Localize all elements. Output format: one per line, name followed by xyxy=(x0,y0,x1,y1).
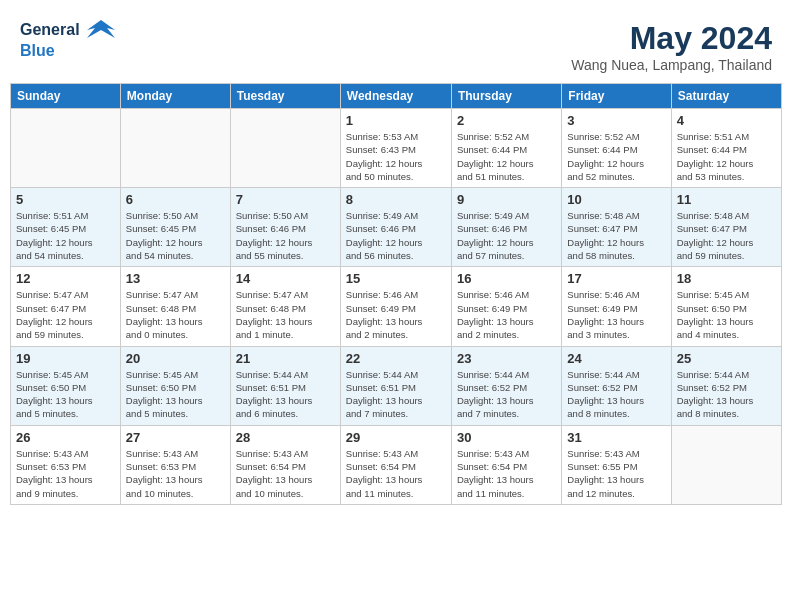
day-number: 17 xyxy=(567,271,665,286)
day-number: 10 xyxy=(567,192,665,207)
day-info: Sunrise: 5:52 AM Sunset: 6:44 PM Dayligh… xyxy=(457,130,556,183)
day-number: 11 xyxy=(677,192,776,207)
logo-bird-icon xyxy=(87,20,115,42)
day-number: 12 xyxy=(16,271,115,286)
day-info: Sunrise: 5:46 AM Sunset: 6:49 PM Dayligh… xyxy=(346,288,446,341)
header-wednesday: Wednesday xyxy=(340,84,451,109)
calendar-cell: 9Sunrise: 5:49 AM Sunset: 6:46 PM Daylig… xyxy=(451,188,561,267)
day-info: Sunrise: 5:49 AM Sunset: 6:46 PM Dayligh… xyxy=(346,209,446,262)
day-info: Sunrise: 5:44 AM Sunset: 6:52 PM Dayligh… xyxy=(457,368,556,421)
calendar-cell: 10Sunrise: 5:48 AM Sunset: 6:47 PM Dayli… xyxy=(562,188,671,267)
calendar-table: SundayMondayTuesdayWednesdayThursdayFrid… xyxy=(10,83,782,505)
day-info: Sunrise: 5:50 AM Sunset: 6:45 PM Dayligh… xyxy=(126,209,225,262)
day-info: Sunrise: 5:46 AM Sunset: 6:49 PM Dayligh… xyxy=(457,288,556,341)
day-info: Sunrise: 5:50 AM Sunset: 6:46 PM Dayligh… xyxy=(236,209,335,262)
day-number: 6 xyxy=(126,192,225,207)
day-number: 5 xyxy=(16,192,115,207)
day-number: 9 xyxy=(457,192,556,207)
calendar-week-row: 12Sunrise: 5:47 AM Sunset: 6:47 PM Dayli… xyxy=(11,267,782,346)
calendar-week-row: 26Sunrise: 5:43 AM Sunset: 6:53 PM Dayli… xyxy=(11,425,782,504)
calendar-cell: 15Sunrise: 5:46 AM Sunset: 6:49 PM Dayli… xyxy=(340,267,451,346)
day-number: 3 xyxy=(567,113,665,128)
calendar-cell: 19Sunrise: 5:45 AM Sunset: 6:50 PM Dayli… xyxy=(11,346,121,425)
page-header: General Blue May 2024 Wang Nuea, Lampang… xyxy=(10,10,782,78)
calendar-cell: 26Sunrise: 5:43 AM Sunset: 6:53 PM Dayli… xyxy=(11,425,121,504)
calendar-cell xyxy=(230,109,340,188)
day-info: Sunrise: 5:52 AM Sunset: 6:44 PM Dayligh… xyxy=(567,130,665,183)
calendar-cell: 27Sunrise: 5:43 AM Sunset: 6:53 PM Dayli… xyxy=(120,425,230,504)
day-number: 8 xyxy=(346,192,446,207)
header-sunday: Sunday xyxy=(11,84,121,109)
calendar-cell: 5Sunrise: 5:51 AM Sunset: 6:45 PM Daylig… xyxy=(11,188,121,267)
header-monday: Monday xyxy=(120,84,230,109)
calendar-cell: 21Sunrise: 5:44 AM Sunset: 6:51 PM Dayli… xyxy=(230,346,340,425)
header-thursday: Thursday xyxy=(451,84,561,109)
day-info: Sunrise: 5:44 AM Sunset: 6:51 PM Dayligh… xyxy=(346,368,446,421)
title-area: May 2024 Wang Nuea, Lampang, Thailand xyxy=(571,20,772,73)
logo: General Blue xyxy=(20,20,115,60)
calendar-cell: 31Sunrise: 5:43 AM Sunset: 6:55 PM Dayli… xyxy=(562,425,671,504)
day-number: 21 xyxy=(236,351,335,366)
svg-marker-0 xyxy=(87,20,115,38)
day-number: 16 xyxy=(457,271,556,286)
day-info: Sunrise: 5:48 AM Sunset: 6:47 PM Dayligh… xyxy=(677,209,776,262)
calendar-cell xyxy=(11,109,121,188)
calendar-week-row: 19Sunrise: 5:45 AM Sunset: 6:50 PM Dayli… xyxy=(11,346,782,425)
calendar-cell: 11Sunrise: 5:48 AM Sunset: 6:47 PM Dayli… xyxy=(671,188,781,267)
calendar-cell: 2Sunrise: 5:52 AM Sunset: 6:44 PM Daylig… xyxy=(451,109,561,188)
calendar-cell: 13Sunrise: 5:47 AM Sunset: 6:48 PM Dayli… xyxy=(120,267,230,346)
day-info: Sunrise: 5:45 AM Sunset: 6:50 PM Dayligh… xyxy=(677,288,776,341)
day-info: Sunrise: 5:43 AM Sunset: 6:55 PM Dayligh… xyxy=(567,447,665,500)
day-info: Sunrise: 5:43 AM Sunset: 6:54 PM Dayligh… xyxy=(346,447,446,500)
calendar-cell: 20Sunrise: 5:45 AM Sunset: 6:50 PM Dayli… xyxy=(120,346,230,425)
header-friday: Friday xyxy=(562,84,671,109)
day-info: Sunrise: 5:51 AM Sunset: 6:44 PM Dayligh… xyxy=(677,130,776,183)
day-info: Sunrise: 5:47 AM Sunset: 6:48 PM Dayligh… xyxy=(236,288,335,341)
logo-text: General xyxy=(20,20,115,42)
day-number: 29 xyxy=(346,430,446,445)
calendar-cell xyxy=(671,425,781,504)
day-info: Sunrise: 5:44 AM Sunset: 6:52 PM Dayligh… xyxy=(677,368,776,421)
calendar-cell: 12Sunrise: 5:47 AM Sunset: 6:47 PM Dayli… xyxy=(11,267,121,346)
calendar-header-row: SundayMondayTuesdayWednesdayThursdayFrid… xyxy=(11,84,782,109)
day-number: 26 xyxy=(16,430,115,445)
day-number: 22 xyxy=(346,351,446,366)
day-info: Sunrise: 5:46 AM Sunset: 6:49 PM Dayligh… xyxy=(567,288,665,341)
calendar-cell: 30Sunrise: 5:43 AM Sunset: 6:54 PM Dayli… xyxy=(451,425,561,504)
day-number: 14 xyxy=(236,271,335,286)
month-title: May 2024 xyxy=(571,20,772,57)
calendar-cell: 16Sunrise: 5:46 AM Sunset: 6:49 PM Dayli… xyxy=(451,267,561,346)
day-info: Sunrise: 5:49 AM Sunset: 6:46 PM Dayligh… xyxy=(457,209,556,262)
day-number: 1 xyxy=(346,113,446,128)
day-number: 2 xyxy=(457,113,556,128)
day-info: Sunrise: 5:44 AM Sunset: 6:51 PM Dayligh… xyxy=(236,368,335,421)
calendar-cell: 29Sunrise: 5:43 AM Sunset: 6:54 PM Dayli… xyxy=(340,425,451,504)
day-number: 27 xyxy=(126,430,225,445)
calendar-cell: 18Sunrise: 5:45 AM Sunset: 6:50 PM Dayli… xyxy=(671,267,781,346)
day-info: Sunrise: 5:51 AM Sunset: 6:45 PM Dayligh… xyxy=(16,209,115,262)
header-saturday: Saturday xyxy=(671,84,781,109)
header-tuesday: Tuesday xyxy=(230,84,340,109)
calendar-week-row: 5Sunrise: 5:51 AM Sunset: 6:45 PM Daylig… xyxy=(11,188,782,267)
day-info: Sunrise: 5:47 AM Sunset: 6:48 PM Dayligh… xyxy=(126,288,225,341)
day-number: 31 xyxy=(567,430,665,445)
day-number: 23 xyxy=(457,351,556,366)
calendar-cell: 22Sunrise: 5:44 AM Sunset: 6:51 PM Dayli… xyxy=(340,346,451,425)
day-number: 25 xyxy=(677,351,776,366)
day-number: 20 xyxy=(126,351,225,366)
day-info: Sunrise: 5:43 AM Sunset: 6:53 PM Dayligh… xyxy=(16,447,115,500)
day-number: 24 xyxy=(567,351,665,366)
calendar-cell: 24Sunrise: 5:44 AM Sunset: 6:52 PM Dayli… xyxy=(562,346,671,425)
day-info: Sunrise: 5:53 AM Sunset: 6:43 PM Dayligh… xyxy=(346,130,446,183)
day-info: Sunrise: 5:45 AM Sunset: 6:50 PM Dayligh… xyxy=(126,368,225,421)
calendar-cell: 6Sunrise: 5:50 AM Sunset: 6:45 PM Daylig… xyxy=(120,188,230,267)
calendar-cell: 4Sunrise: 5:51 AM Sunset: 6:44 PM Daylig… xyxy=(671,109,781,188)
day-info: Sunrise: 5:44 AM Sunset: 6:52 PM Dayligh… xyxy=(567,368,665,421)
calendar-cell xyxy=(120,109,230,188)
day-number: 28 xyxy=(236,430,335,445)
logo-blue: Blue xyxy=(20,42,115,60)
day-number: 15 xyxy=(346,271,446,286)
calendar-cell: 25Sunrise: 5:44 AM Sunset: 6:52 PM Dayli… xyxy=(671,346,781,425)
calendar-cell: 17Sunrise: 5:46 AM Sunset: 6:49 PM Dayli… xyxy=(562,267,671,346)
calendar-cell: 28Sunrise: 5:43 AM Sunset: 6:54 PM Dayli… xyxy=(230,425,340,504)
